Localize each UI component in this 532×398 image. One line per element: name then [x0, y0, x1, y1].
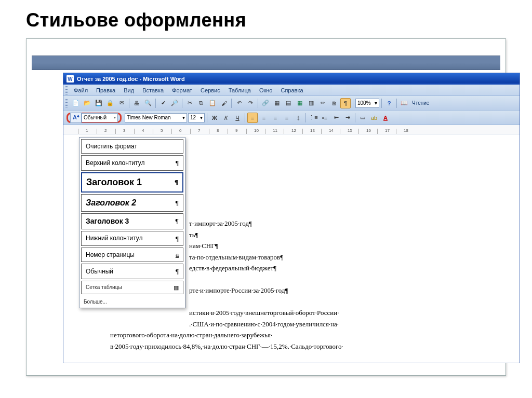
formatting-toolbar: A⁴ Обычный▾ Times New Roman▾ 12▾ Ж К Ч ≡…	[63, 111, 520, 125]
style-heading-2[interactable]: Заголовок 2¶	[81, 194, 183, 212]
style-heading-1[interactable]: Заголовок 1¶	[81, 172, 183, 193]
table-grid-icon: ▦	[174, 283, 179, 292]
line-spacing-icon[interactable]: ‡	[293, 113, 303, 123]
style-dropdown: Очистить формат Верхний колонтитул¶ Заго…	[79, 137, 185, 308]
menu-table[interactable]: Таблица	[224, 86, 255, 94]
style-highlight-ring: A⁴ Обычный▾	[66, 113, 122, 123]
numbering-icon[interactable]: ⋮≡	[308, 113, 318, 123]
style-combo[interactable]: Обычный▾	[82, 113, 118, 122]
save-icon[interactable]: 💾	[94, 98, 104, 108]
paste-icon[interactable]: 📋	[207, 98, 218, 108]
format-painter-icon[interactable]: 🖌	[219, 98, 229, 108]
align-justify-icon[interactable]: ≡	[282, 113, 292, 123]
document-body-text: т-импорт·за·2005·год¶ть¶нам·СНГ¶та·по·от…	[189, 218, 513, 329]
menu-edit[interactable]: Правка	[92, 86, 119, 94]
increase-indent-icon[interactable]: ⇥	[342, 113, 353, 123]
word-window: W Отчет за 2005 год.doc - Microsoft Word…	[63, 73, 520, 363]
align-right-icon[interactable]: ≡	[270, 113, 281, 123]
underline-button[interactable]: Ч	[232, 113, 243, 123]
horizontal-ruler[interactable]: 123456789101112131415161718	[63, 125, 520, 134]
permission-icon[interactable]: 🔒	[105, 98, 115, 108]
show-marks-icon[interactable]: ¶	[340, 98, 351, 108]
research-icon[interactable]: 🔎	[169, 98, 180, 108]
style-heading-3[interactable]: Заголовок 3¶	[81, 213, 183, 229]
pilcrow-icon: ¶	[175, 216, 179, 226]
align-left-icon[interactable]: ≡	[247, 113, 258, 123]
excel-icon[interactable]: ▦	[295, 98, 305, 108]
toolbar-handle[interactable]	[65, 99, 68, 107]
redo-icon[interactable]: ↷	[245, 98, 256, 108]
menubar: Файл Правка Вид Вставка Формат Сервис Та…	[63, 85, 520, 96]
mail-icon[interactable]: ✉	[116, 98, 127, 108]
new-doc-icon[interactable]: 📄	[71, 98, 81, 108]
zoom-combo[interactable]: 100%▾	[355, 99, 379, 108]
drawing-icon[interactable]: ✏	[317, 98, 328, 108]
highlight-icon[interactable]: ab	[369, 113, 379, 123]
bullets-icon[interactable]: •≡	[320, 113, 330, 123]
style-value: Обычный	[84, 115, 107, 120]
menu-help[interactable]: Справка	[276, 86, 307, 94]
slide-title: Стильове оформлення	[0, 0, 532, 31]
cut-icon[interactable]: ✂	[184, 98, 195, 108]
hyperlink-icon[interactable]: 🔗	[260, 98, 271, 108]
document-area[interactable]: Очистить формат Верхний колонтитул¶ Заго…	[63, 134, 520, 363]
menu-view[interactable]: Вид	[119, 86, 138, 94]
style-normal[interactable]: Обычный¶	[81, 264, 183, 279]
char-style-icon: a	[176, 251, 179, 259]
doc-map-icon[interactable]: 🗎	[329, 98, 339, 108]
open-icon[interactable]: 📂	[82, 98, 92, 108]
spell-icon[interactable]: ✔	[158, 98, 168, 108]
style-header-top[interactable]: Верхний колонтитул¶	[81, 155, 183, 171]
pilcrow-icon: ¶	[176, 234, 179, 244]
menu-window[interactable]: Окно	[255, 86, 277, 94]
help-icon[interactable]: ?	[384, 98, 394, 108]
style-footer[interactable]: Нижний колонтитул¶	[81, 231, 183, 246]
styles-pane-icon[interactable]: A⁴	[70, 113, 82, 123]
align-center-icon[interactable]: ≡	[259, 113, 269, 123]
decorative-band	[32, 56, 500, 70]
presentation-frame: W Отчет за 2005 год.doc - Microsoft Word…	[26, 38, 506, 376]
font-color-icon[interactable]: A	[380, 113, 391, 123]
decrease-indent-icon[interactable]: ⇤	[331, 113, 341, 123]
menu-format[interactable]: Формат	[168, 86, 196, 94]
standard-toolbar: 📄 📂 💾 🔒 ✉ 🖶 🔍 ✔ 🔎 ✂ ⧉ 📋 🖌 ↶ ↷ 🔗 ▦ ▤ ▦ ▥	[63, 96, 520, 111]
menu-file[interactable]: Файл	[70, 86, 92, 94]
italic-button[interactable]: К	[221, 113, 231, 123]
columns-icon[interactable]: ▥	[306, 98, 316, 108]
print-icon[interactable]: 🖶	[131, 98, 142, 108]
undo-icon[interactable]: ↶	[234, 98, 244, 108]
menu-tools[interactable]: Сервис	[196, 86, 224, 94]
size-value: 12	[190, 115, 196, 120]
toolbar-handle[interactable]	[65, 86, 68, 94]
tables-borders-icon[interactable]: ▦	[272, 98, 282, 108]
font-combo[interactable]: Times New Roman▾	[125, 113, 187, 122]
style-page-number[interactable]: Номер страницыa	[81, 248, 183, 262]
borders-icon[interactable]: ▭	[357, 113, 368, 123]
document-body-text-full: неторгового·оборота·на·долю·стран·дальне…	[110, 330, 513, 351]
pilcrow-icon: ¶	[176, 158, 179, 168]
insert-table-icon[interactable]: ▤	[283, 98, 294, 108]
copy-icon[interactable]: ⧉	[196, 98, 206, 108]
titlebar: W Отчет за 2005 год.doc - Microsoft Word	[63, 73, 520, 85]
preview-icon[interactable]: 🔍	[143, 98, 153, 108]
window-title: Отчет за 2005 год.doc - Microsoft Word	[77, 76, 185, 82]
pilcrow-icon: ¶	[176, 266, 179, 277]
font-value: Times New Roman	[127, 115, 171, 120]
style-clear-format[interactable]: Очистить формат	[81, 139, 183, 154]
reading-label[interactable]: Чтение	[410, 100, 431, 106]
zoom-value: 100%	[357, 100, 371, 106]
pilcrow-icon: ¶	[176, 198, 179, 208]
pilcrow-icon: ¶	[175, 177, 178, 187]
menu-insert[interactable]: Вставка	[138, 86, 168, 94]
size-combo[interactable]: 12▾	[188, 113, 205, 122]
word-app-icon: W	[66, 75, 74, 83]
bold-button[interactable]: Ж	[209, 113, 220, 123]
reading-layout-icon[interactable]: 📖	[399, 98, 409, 108]
style-table-grid[interactable]: Сетка таблицы▦	[81, 281, 183, 295]
style-more[interactable]: Больше...	[79, 296, 185, 308]
